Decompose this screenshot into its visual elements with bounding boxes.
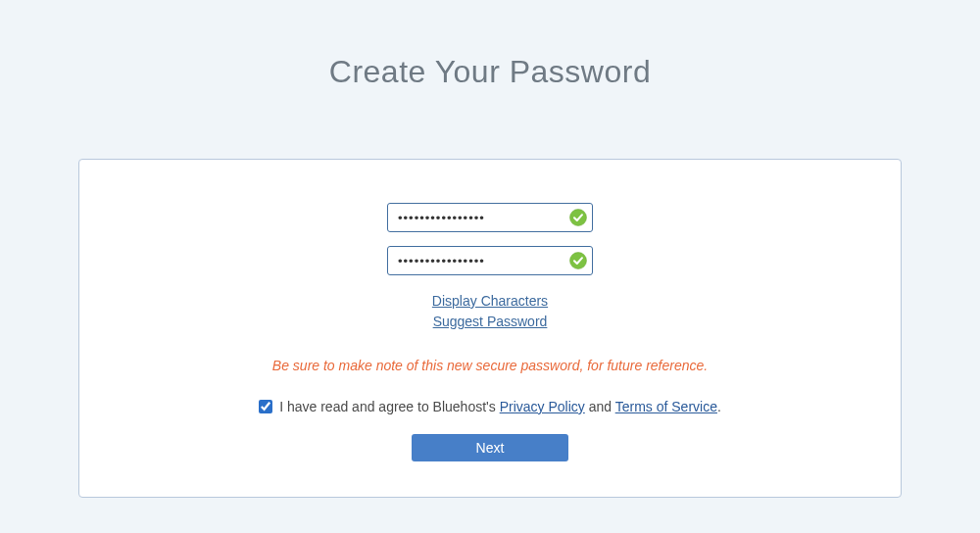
password-card: Display Characters Suggest Password Be s…	[78, 159, 902, 498]
password-field-wrapper	[387, 203, 593, 232]
agree-suffix: .	[717, 399, 721, 414]
check-icon	[569, 209, 587, 226]
agree-row: I have read and agree to Bluehost's Priv…	[259, 399, 721, 414]
password-input[interactable]	[387, 203, 593, 232]
agree-middle: and	[585, 399, 615, 414]
link-row: Display Characters Suggest Password	[432, 291, 548, 332]
svg-point-1	[570, 253, 587, 269]
suggest-password-link[interactable]: Suggest Password	[433, 312, 548, 332]
privacy-policy-link[interactable]: Privacy Policy	[500, 399, 585, 414]
agree-prefix: I have read and agree to Bluehost's	[279, 399, 500, 414]
confirm-password-field-wrapper	[387, 246, 593, 275]
confirm-password-input[interactable]	[387, 246, 593, 275]
terms-of-service-link[interactable]: Terms of Service	[615, 399, 717, 414]
page-title: Create Your Password	[329, 54, 651, 90]
display-characters-link[interactable]: Display Characters	[432, 291, 548, 312]
agree-label: I have read and agree to Bluehost's Priv…	[279, 399, 721, 414]
agree-checkbox[interactable]	[259, 400, 272, 413]
next-button[interactable]: Next	[412, 434, 568, 461]
svg-point-0	[570, 210, 587, 226]
warning-text: Be sure to make note of this new secure …	[272, 358, 708, 373]
check-icon	[569, 252, 587, 269]
